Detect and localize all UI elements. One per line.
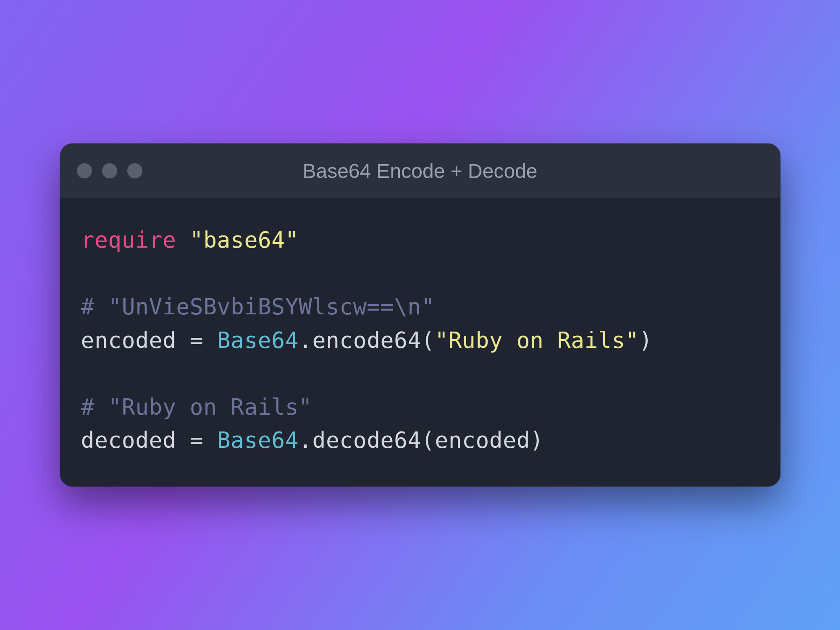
code-string: "Ruby on Rails": [435, 327, 639, 353]
maximize-icon[interactable]: [127, 163, 142, 178]
code-var: decoded: [81, 427, 176, 453]
code-space: [176, 227, 189, 253]
code-string: "base64": [190, 227, 299, 253]
code-space: [176, 427, 189, 453]
window-controls: [77, 163, 142, 178]
code-paren: (: [421, 427, 435, 453]
window-title: Base64 Encode + Decode: [60, 159, 780, 183]
code-paren: (: [421, 327, 435, 353]
code-method: encode64: [312, 327, 421, 353]
code-keyword: require: [81, 227, 176, 253]
minimize-icon[interactable]: [102, 163, 117, 178]
close-icon[interactable]: [77, 163, 92, 178]
code-space: [203, 327, 217, 353]
code-space: [203, 427, 217, 453]
code-paren: ): [639, 327, 652, 353]
code-dot: .: [299, 427, 312, 453]
code-op: =: [190, 427, 203, 453]
code-space: [176, 327, 189, 353]
code-dot: .: [299, 327, 312, 353]
code-var: encoded: [81, 327, 176, 353]
code-class: Base64: [217, 427, 299, 453]
code-comment: # "UnVieSBvbiBSYWlscw==\n": [81, 294, 435, 319]
code-arg: encoded: [435, 427, 530, 453]
code-window: Base64 Encode + Decode require "base64" …: [60, 144, 780, 486]
code-comment: # "Ruby on Rails": [81, 394, 312, 420]
code-block: require "base64" # "UnVieSBvbiBSYWlscw==…: [60, 198, 780, 486]
code-paren: ): [530, 427, 543, 453]
code-class: Base64: [217, 327, 299, 353]
code-op: =: [190, 327, 203, 353]
window-titlebar: Base64 Encode + Decode: [60, 144, 780, 198]
code-method: decode64: [312, 427, 421, 453]
